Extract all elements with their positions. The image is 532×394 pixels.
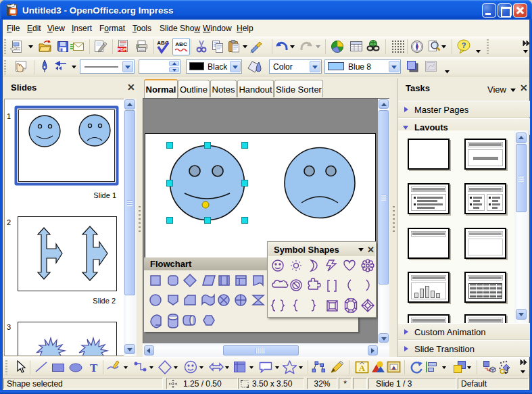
- svg-text:PDF: PDF: [118, 47, 126, 52]
- svg-text:T: T: [90, 362, 98, 374]
- svg-text:Slide 2: Slide 2: [93, 297, 116, 305]
- svg-text:?: ?: [462, 41, 466, 49]
- svg-text:ABC: ABC: [175, 41, 187, 47]
- svg-text:3: 3: [7, 323, 11, 331]
- svg-text:Slide 1: Slide 1: [93, 191, 116, 199]
- svg-text:1: 1: [7, 112, 11, 120]
- svg-text:2: 2: [7, 218, 11, 226]
